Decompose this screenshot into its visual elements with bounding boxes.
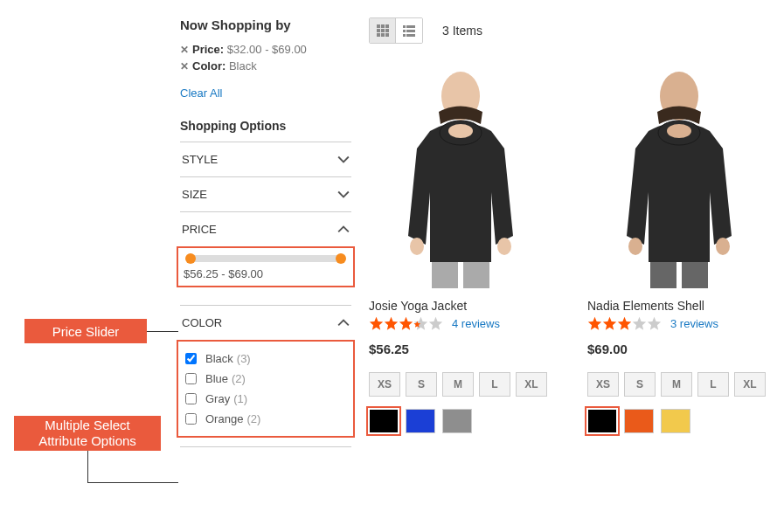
color-name: Orange (205, 412, 243, 425)
product-listing: 3 Items Josie Yoga Jacket4 reviews$56.25… (351, 17, 784, 447)
callout-multi-select: Multiple Select Attribute Options (14, 416, 161, 451)
svg-rect-14 (406, 34, 415, 37)
grid-view-button[interactable] (370, 18, 396, 43)
connector (87, 482, 178, 483)
svg-rect-0 (377, 24, 380, 28)
svg-rect-8 (385, 33, 389, 37)
connector (87, 451, 88, 482)
star-icon (602, 316, 617, 331)
size-option[interactable]: M (661, 372, 692, 397)
price-slider-box: $56.25 - $69.00 (177, 246, 355, 287)
filter-color: COLOR Black (3)Blue (2)Gray (1)Orange (2… (180, 305, 351, 447)
applied-filters: ✕ Price: $32.00 - $69.00 ✕ Color: Black … (180, 43, 351, 100)
grid-icon (376, 24, 390, 38)
filter-style-header[interactable]: STYLE (180, 142, 351, 176)
product-name[interactable]: Nadia Elements Shell (587, 299, 771, 313)
size-option[interactable]: S (406, 372, 437, 397)
size-option[interactable]: M (442, 372, 474, 397)
svg-point-17 (448, 124, 473, 138)
color-swatch[interactable] (442, 409, 472, 433)
remove-filter-icon[interactable]: ✕ (180, 43, 192, 56)
svg-rect-18 (432, 262, 458, 288)
filter-size-header[interactable]: SIZE (180, 177, 351, 211)
stars (587, 316, 662, 331)
color-swatch[interactable] (587, 409, 617, 433)
chevron-down-icon (337, 154, 350, 166)
filter-label: PRICE (182, 223, 217, 236)
chevron-up-icon (337, 224, 350, 236)
svg-point-27 (628, 238, 642, 255)
applied-label: Color: (192, 59, 225, 73)
star-icon (384, 316, 399, 331)
now-shopping-by-title: Now Shopping by (180, 17, 351, 32)
filter-label: STYLE (182, 153, 218, 166)
color-option[interactable]: Orange (2) (185, 409, 346, 429)
svg-rect-7 (381, 33, 385, 37)
size-option[interactable]: S (624, 372, 656, 397)
applied-filter-color: ✕ Color: Black (180, 59, 351, 73)
color-count: (1) (233, 392, 247, 405)
color-swatch[interactable] (661, 409, 690, 433)
filter-color-header[interactable]: COLOR (180, 306, 351, 340)
filter-style: STYLE (180, 142, 351, 176)
remove-filter-icon[interactable]: ✕ (180, 59, 192, 73)
color-count: (2) (232, 372, 246, 385)
filter-size: SIZE (180, 176, 351, 211)
reviews-link[interactable]: 3 reviews (670, 317, 718, 330)
filter-label: COLOR (182, 316, 222, 329)
color-option[interactable]: Black (3) (185, 349, 346, 369)
size-option[interactable]: L (697, 372, 729, 397)
filter-price-header[interactable]: PRICE (180, 212, 351, 246)
color-swatches (587, 409, 771, 433)
svg-rect-25 (650, 262, 676, 288)
color-swatch[interactable] (369, 409, 399, 433)
product-name[interactable]: Josie Yoga Jacket (369, 299, 552, 313)
filter-price: PRICE $56.25 - $69.00 (180, 211, 351, 305)
svg-rect-10 (406, 25, 415, 28)
svg-point-20 (410, 238, 424, 255)
filter-label: SIZE (182, 188, 207, 201)
applied-value: Black (229, 59, 257, 73)
svg-rect-19 (463, 262, 489, 288)
product-image[interactable] (587, 61, 771, 288)
size-option[interactable]: XL (734, 372, 766, 397)
size-option[interactable]: XL (516, 372, 547, 397)
size-option[interactable]: L (479, 372, 510, 397)
svg-rect-12 (406, 30, 415, 32)
star-empty-icon (428, 316, 443, 331)
svg-rect-4 (381, 29, 385, 32)
color-swatch[interactable] (406, 409, 435, 433)
color-count: (3) (237, 352, 251, 365)
svg-rect-13 (403, 34, 406, 37)
shopping-options-title: Shopping Options (180, 119, 351, 133)
color-swatch[interactable] (624, 409, 654, 433)
list-icon (402, 24, 416, 38)
view-switcher (369, 17, 423, 44)
color-option[interactable]: Gray (1) (185, 389, 346, 409)
size-option[interactable]: XS (587, 372, 619, 397)
size-swatches: XSSMLXL (369, 372, 552, 397)
star-icon (617, 316, 632, 331)
star-empty-icon (647, 316, 662, 331)
connector (147, 331, 178, 332)
stars (369, 316, 443, 331)
color-checkbox[interactable] (185, 373, 197, 384)
color-option[interactable]: Blue (2) (185, 369, 346, 389)
slider-handle-min[interactable] (185, 253, 196, 264)
product-price: $69.00 (587, 342, 771, 356)
color-count: (2) (246, 412, 260, 425)
svg-point-28 (716, 238, 730, 255)
size-option[interactable]: XS (369, 372, 400, 397)
svg-rect-6 (377, 33, 380, 37)
reviews-link[interactable]: 4 reviews (452, 317, 500, 330)
slider-handle-max[interactable] (336, 253, 346, 264)
price-slider[interactable] (187, 255, 344, 262)
product-image[interactable] (369, 61, 552, 288)
color-checkbox[interactable] (185, 413, 197, 425)
list-view-button[interactable] (396, 18, 422, 43)
color-swatches (369, 409, 552, 433)
size-swatches: XSSMLXL (587, 372, 771, 397)
color-checkbox[interactable] (185, 393, 197, 404)
clear-all-link[interactable]: Clear All (180, 86, 222, 100)
color-checkbox[interactable] (185, 353, 197, 364)
